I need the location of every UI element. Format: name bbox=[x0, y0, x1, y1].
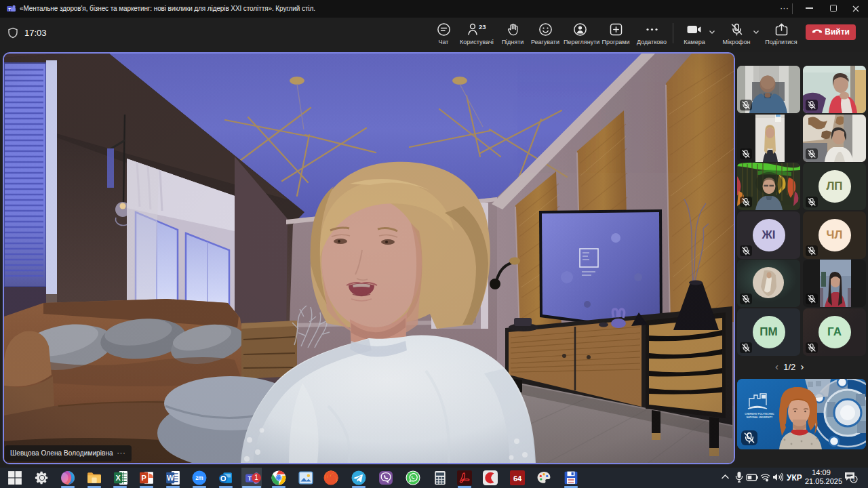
svg-text:1: 1 bbox=[852, 476, 855, 483]
svg-text:64: 64 bbox=[513, 474, 522, 483]
svg-text:zm: zm bbox=[195, 474, 203, 481]
svg-text:23: 23 bbox=[479, 23, 486, 30]
svg-text:X: X bbox=[115, 474, 121, 482]
svg-text:T: T bbox=[8, 7, 11, 12]
svg-text:NATIONAL UNIVERSITY: NATIONAL UNIVERSITY bbox=[747, 416, 773, 419]
svg-text:W: W bbox=[167, 474, 174, 482]
svg-text:P: P bbox=[141, 474, 146, 482]
svg-text:CHERNIHIV POLYTECHNIC: CHERNIHIV POLYTECHNIC bbox=[745, 413, 774, 415]
